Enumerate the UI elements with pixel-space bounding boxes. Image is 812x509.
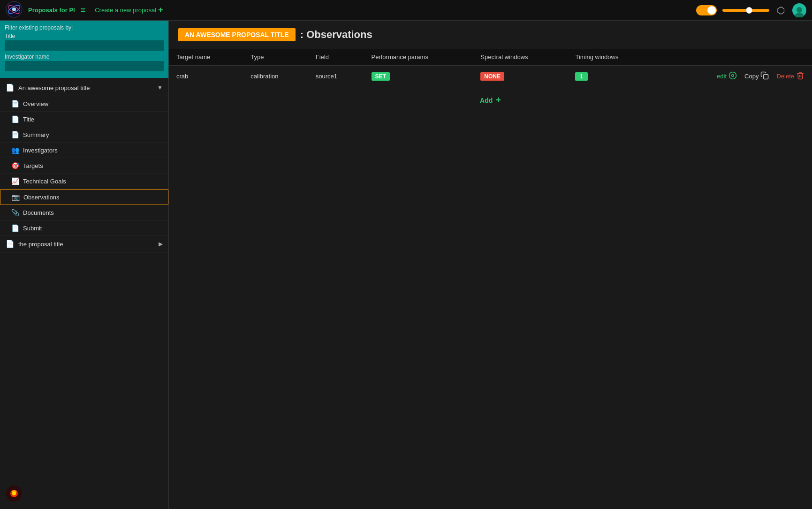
main-content: AN AWESOME PROPOSAL TITLE : Observations… [169, 21, 812, 509]
create-proposal-label: Create a new proposal [95, 7, 156, 14]
technical-goals-icon: 📈 [11, 177, 19, 185]
svg-point-7 [732, 75, 734, 77]
title-label: Title [23, 116, 34, 123]
subnav-summary[interactable]: 📄 Summary [0, 127, 168, 143]
svg-rect-8 [764, 75, 768, 79]
svg-point-3 [12, 8, 16, 11]
table-header: Target name Type Field Performance param… [169, 49, 812, 66]
overview-icon: 📄 [11, 100, 19, 107]
cell-field: source1 [308, 66, 364, 87]
main-layout: Filter existing proposals by: Title Inve… [0, 21, 812, 509]
col-actions [656, 49, 812, 66]
filter-label: Filter existing proposals by: [5, 24, 164, 31]
observations-label: Observations [23, 194, 60, 201]
copy-icon [760, 71, 769, 81]
cell-timing-windows: 1 [568, 66, 656, 87]
col-type: Type [243, 49, 308, 66]
subnav-list-1: 📄 Overview 📄 Title 📄 Summary 👥 Investiga… [0, 96, 168, 236]
title-filter-label: Title [5, 33, 164, 39]
svg-point-5 [797, 7, 802, 13]
delete-button[interactable]: Delete [776, 71, 804, 81]
investigators-icon: 👥 [11, 146, 19, 154]
cell-performance-params: SET [364, 66, 473, 87]
user-avatar[interactable] [792, 3, 806, 17]
performance-params-badge: SET [372, 72, 390, 81]
bottom-logo[interactable] [6, 485, 23, 503]
subnav-submit[interactable]: 📄 Submit [0, 220, 168, 236]
proposal-doc-icon-2: 📄 [6, 240, 15, 248]
proposals-for-pi-link[interactable]: Proposals for PI [28, 7, 75, 14]
proposal-chevron-2: ▶ [159, 241, 163, 247]
add-row: Add + [169, 87, 812, 113]
delete-icon [796, 71, 804, 81]
proposal-item-1[interactable]: 📄 An awesome proposal title ▼ [0, 80, 168, 96]
proposals-list-icon[interactable]: ≡ [81, 5, 86, 15]
add-observation-button[interactable]: Add + [480, 95, 501, 106]
proposal-badge: AN AWESOME PROPOSAL TITLE [178, 28, 296, 41]
observations-table: Target name Type Field Performance param… [169, 49, 812, 87]
summary-label: Summary [23, 131, 49, 138]
cell-type: calibration [243, 66, 308, 87]
edit-icon [729, 71, 737, 81]
topnav: Proposals for PI ≡ Create a new proposal… [0, 0, 812, 21]
timing-windows-badge: 1 [575, 72, 588, 81]
edit-label: edit [717, 73, 727, 80]
create-proposal-plus-icon: + [158, 5, 163, 15]
add-icon: + [495, 95, 501, 106]
subnav-observations[interactable]: 📷 Observations [0, 189, 168, 205]
brightness-slider[interactable] [722, 9, 769, 12]
subnav-overview[interactable]: 📄 Overview [0, 96, 168, 112]
investigator-filter-label: Investigator name [5, 53, 164, 60]
logo[interactable] [6, 1, 23, 19]
proposal-item-2[interactable]: 📄 the proposal title ▶ [0, 236, 168, 252]
sidebar: Filter existing proposals by: Title Inve… [0, 21, 169, 509]
add-label: Add [480, 97, 493, 104]
col-target-name: Target name [169, 49, 243, 66]
cell-spectral-windows: NONE [473, 66, 568, 87]
delete-label: Delete [776, 73, 794, 80]
filter-section: Filter existing proposals by: Title Inve… [0, 21, 168, 78]
submit-icon: 📄 [11, 224, 19, 232]
investigator-filter-input[interactable] [5, 61, 164, 71]
col-spectral-windows: Spectral windows [473, 49, 568, 66]
edit-button[interactable]: edit [717, 71, 737, 81]
proposal-name-2: the proposal title [18, 241, 63, 248]
proposal-doc-icon-1: 📄 [6, 84, 15, 92]
submit-label: Submit [23, 225, 42, 232]
export-icon[interactable]: ⬡ [775, 3, 787, 18]
documents-label: Documents [23, 209, 54, 216]
create-proposal-link[interactable]: Create a new proposal + [95, 5, 163, 15]
technical-goals-label: Technical Goals [23, 178, 66, 185]
proposals-list: 📄 An awesome proposal title ▼ 📄 Overview… [0, 78, 168, 509]
overview-label: Overview [23, 100, 48, 107]
title-filter-input[interactable] [5, 40, 164, 51]
documents-icon: 📎 [11, 209, 19, 216]
subnav-documents[interactable]: 📎 Documents [0, 205, 168, 220]
page-header: AN AWESOME PROPOSAL TITLE : Observations [169, 21, 812, 49]
summary-icon: 📄 [11, 131, 19, 138]
subnav-investigators[interactable]: 👥 Investigators [0, 143, 168, 158]
slider-container [722, 9, 769, 12]
toggle-container [696, 5, 717, 15]
proposal-chevron-1: ▼ [157, 84, 163, 91]
copy-button[interactable]: Copy [744, 71, 769, 81]
col-performance-params: Performance params [364, 49, 473, 66]
observations-icon: 📷 [12, 193, 20, 201]
svg-point-11 [12, 492, 16, 495]
toggle-thumb [707, 6, 716, 15]
table-body: crab calibration source1 SET NONE 1 [169, 66, 812, 87]
slider-thumb [746, 7, 752, 14]
proposal-name-1: An awesome proposal title [18, 84, 90, 91]
cell-target-name: crab [169, 66, 243, 87]
col-field: Field [308, 49, 364, 66]
investigators-label: Investigators [23, 147, 58, 154]
subnav-technical-goals[interactable]: 📈 Technical Goals [0, 174, 168, 189]
dark-mode-toggle[interactable] [696, 5, 717, 15]
subnav-targets[interactable]: 🎯 Targets [0, 158, 168, 174]
subnav-title[interactable]: 📄 Title [0, 112, 168, 127]
row-actions: edit Copy [664, 71, 804, 81]
cell-actions: edit Copy [656, 66, 812, 87]
col-timing-windows: Timing windows [568, 49, 656, 66]
table-row: crab calibration source1 SET NONE 1 [169, 66, 812, 87]
copy-label: Copy [744, 73, 759, 80]
